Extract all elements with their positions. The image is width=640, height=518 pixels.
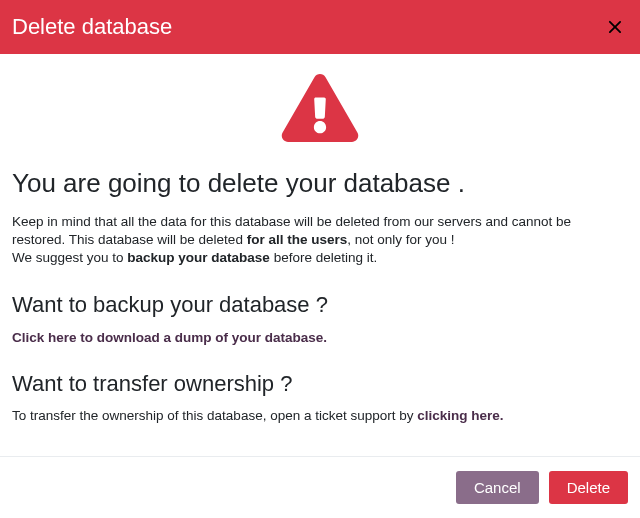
main-heading: You are going to delete your database . bbox=[12, 168, 628, 199]
modal-body: You are going to delete your database . … bbox=[0, 54, 640, 456]
transfer-paragraph: To transfer the ownership of this databa… bbox=[12, 407, 628, 426]
info-text-3: We suggest you to bbox=[12, 250, 127, 265]
backup-heading: Want to backup your database ? bbox=[12, 292, 628, 318]
transfer-text: To transfer the ownership of this databa… bbox=[12, 408, 417, 423]
warning-icon-wrapper bbox=[12, 74, 628, 146]
info-bold-2: backup your database bbox=[127, 250, 270, 265]
modal-footer: Cancel Delete bbox=[0, 456, 640, 518]
info-bold-1: for all the users bbox=[247, 232, 348, 247]
delete-database-modal: Delete database You are going to delete … bbox=[0, 0, 640, 518]
modal-title: Delete database bbox=[12, 14, 172, 40]
info-paragraph: Keep in mind that all the data for this … bbox=[12, 213, 628, 268]
close-icon bbox=[604, 26, 626, 41]
download-dump-link[interactable]: Click here to download a dump of your da… bbox=[12, 330, 327, 345]
open-ticket-link[interactable]: clicking here. bbox=[417, 408, 503, 423]
cancel-button[interactable]: Cancel bbox=[456, 471, 539, 504]
transfer-heading: Want to transfer ownership ? bbox=[12, 371, 628, 397]
modal-header: Delete database bbox=[0, 0, 640, 54]
warning-triangle-icon bbox=[281, 74, 359, 146]
info-text-4: before deleting it. bbox=[270, 250, 377, 265]
delete-button[interactable]: Delete bbox=[549, 471, 628, 504]
info-text-2: , not only for you ! bbox=[347, 232, 454, 247]
close-button[interactable] bbox=[604, 16, 626, 38]
